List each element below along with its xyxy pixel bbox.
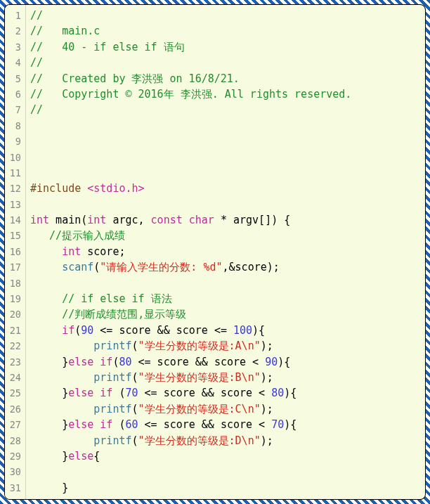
editor-border: 1 2 3 4 5 6 7 8 9 10 11 12 13 14 15 16 1… [4,4,426,500]
code-text [93,418,100,431]
code-text: ); [261,434,273,447]
keyword: if [100,356,112,368]
comment: //提示输入成绩 [49,229,125,242]
code-line: // Copyright © 2016年 李洪强. All rights res… [30,86,425,102]
code-line [30,118,425,134]
function: printf [93,371,131,384]
indent [30,292,62,305]
comment: // 40 - if else if 语句 [30,41,185,53]
code-text: ,&score); [223,261,280,273]
code-line [30,197,425,212]
line-number: 24 [5,370,25,385]
code-line: // Created by 李洪强 on 16/8/21. [30,71,425,86]
line-number: 14 [5,212,25,228]
code-text: ); [261,371,273,384]
code-line: // main.c [30,23,425,39]
code-line: printf("学生分数的等级是:C\n"); [30,401,425,417]
indent [30,261,62,273]
code-line: } [30,480,425,496]
code-line: printf("学生分数的等级是:A\n"); [30,338,425,354]
function: printf [93,340,131,352]
indent [30,371,93,384]
indent [30,229,49,242]
line-number: 10 [5,150,25,165]
code-text: ){ [252,324,265,337]
line-number: 3 [5,39,25,55]
line-number: 18 [5,276,25,291]
code-text: ); [261,403,273,415]
comment: // [30,9,43,22]
comment: //判断成绩范围,显示等级 [62,308,186,321]
line-number: 12 [5,181,25,196]
code-text: } [30,387,68,399]
line-number: 17 [5,259,25,275]
code-line: //提示输入成绩 [30,228,425,243]
code-text: ( [112,387,125,399]
string: "请输入学生的分数: %d" [100,261,222,273]
keyword: else [68,450,93,463]
code-text: { [93,450,100,463]
code-text: ){ [284,387,297,399]
keyword: if [100,387,112,399]
code-line [30,276,425,291]
code-line: printf("学生分数的等级是:D\n"); [30,433,425,448]
code-line: // [30,8,425,23]
comment: // [30,103,43,116]
code-content[interactable]: // // main.c // 40 - if else if 语句 // //… [26,5,425,499]
code-text: ); [261,340,273,352]
indent [30,340,93,352]
line-number: 4 [5,55,25,70]
code-text: * argv[]) { [214,214,290,226]
line-number: 7 [5,102,25,117]
indent [30,308,62,321]
code-line: int score; [30,244,425,259]
code-line [30,150,425,165]
code-text: ( [93,261,100,273]
line-number: 31 [5,480,25,496]
code-text: ){ [278,356,290,368]
code-text: ( [132,403,138,415]
indent [30,403,93,415]
line-number: 30 [5,464,25,479]
keyword: if [62,324,74,337]
line-number: 6 [5,86,25,102]
indent [30,324,62,337]
code-line: //判断成绩范围,显示等级 [30,306,425,322]
code-text: main( [49,214,87,226]
code-editor: 1 2 3 4 5 6 7 8 9 10 11 12 13 14 15 16 1… [5,5,425,499]
code-text: argc, [106,214,150,226]
function: printf [93,434,131,447]
code-text: ( [132,371,138,384]
code-text: } [30,450,68,463]
window-frame: 1 2 3 4 5 6 7 8 9 10 11 12 13 14 15 16 1… [0,0,430,504]
line-number: 19 [5,291,25,306]
number: 80 [119,356,131,368]
code-line: // [30,102,425,117]
code-line: // if else if 语法 [30,291,425,306]
header-name: stdio.h [93,182,138,195]
number: 90 [265,356,278,368]
keyword: int [62,245,81,258]
code-line: }else{ [30,448,425,464]
code-line: printf("学生分数的等级是:B\n"); [30,370,425,385]
code-line: if(90 <= score && score <= 100){ [30,323,425,338]
code-text: ( [132,340,138,352]
comment: // [30,56,43,69]
code-text [93,356,100,368]
line-number: 21 [5,323,25,338]
code-line: }else if (60 <= score && score < 70){ [30,417,425,432]
string: "学生分数的等级是:A\n" [138,340,261,352]
line-number: 22 [5,338,25,354]
number: 60 [125,418,138,431]
code-line: // [30,55,425,70]
angle-bracket: > [138,182,145,195]
line-number: 23 [5,354,25,370]
code-line: int main(int argc, const char * argv[]) … [30,212,425,228]
code-line: // 40 - if else if 语句 [30,39,425,55]
line-number: 26 [5,401,25,417]
comment: // if else if 语法 [62,292,171,305]
line-number: 25 [5,385,25,401]
keyword: else [68,387,93,399]
function: scanf [62,261,93,273]
code-text [183,214,189,226]
